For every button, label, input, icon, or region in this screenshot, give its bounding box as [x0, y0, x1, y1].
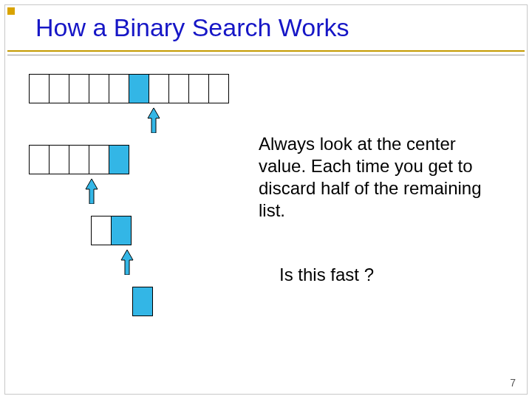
- title-rule-thin: [7, 55, 525, 55]
- cell: [149, 74, 169, 103]
- array-row: [30, 74, 229, 103]
- cell: [69, 145, 89, 174]
- page-number: 7: [510, 377, 516, 389]
- cell: [188, 74, 209, 103]
- cell: [109, 74, 129, 103]
- cell: [91, 216, 112, 245]
- pointer-arrow: [30, 251, 229, 273]
- cell: [208, 74, 229, 103]
- cell: [29, 145, 50, 174]
- array-row: [30, 145, 229, 174]
- cell-highlight: [132, 287, 153, 316]
- cell: [69, 74, 89, 103]
- slide-title: How a Binary Search Works: [35, 13, 349, 42]
- cell: [89, 145, 109, 174]
- cell: [49, 145, 69, 174]
- array-row: [92, 216, 229, 245]
- pointer-arrow: [30, 180, 229, 202]
- title-rule-accent: [7, 50, 525, 52]
- cell: [168, 74, 189, 103]
- accent-square: [7, 7, 15, 15]
- svg-marker-2: [121, 250, 133, 275]
- binary-search-diagram: [30, 74, 229, 322]
- cell: [49, 74, 69, 103]
- svg-marker-1: [86, 179, 98, 204]
- array-row: [133, 287, 229, 316]
- cell-highlight: [111, 216, 132, 245]
- cell-highlight: [109, 145, 129, 174]
- cell-highlight: [129, 74, 149, 103]
- cell: [29, 74, 50, 103]
- pointer-arrow: [30, 109, 229, 132]
- cell: [89, 74, 109, 103]
- svg-marker-0: [148, 108, 160, 133]
- question-text: Is this fast ?: [279, 265, 374, 285]
- explanation-text: Always look at the center value. Each ti…: [259, 133, 502, 222]
